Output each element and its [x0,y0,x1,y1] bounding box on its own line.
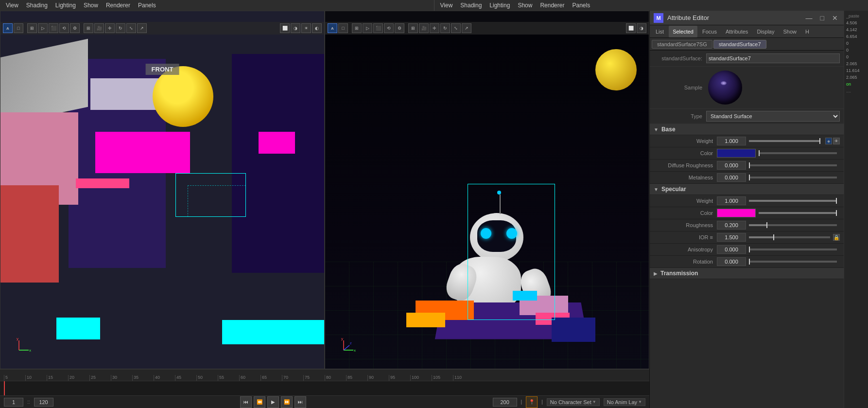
vp-rarrow[interactable]: ↗ [462,23,471,33]
add-key-btn[interactable]: 📍 [526,396,538,408]
vp-grid-btn-left[interactable]: ⊞ [84,23,93,33]
vp-rcam[interactable]: 🎥 [419,23,429,33]
preview-sphere[interactable] [708,71,742,105]
tab-selected[interactable]: Selected [669,26,697,37]
frame-start-input[interactable] [4,398,23,407]
vp-shadow-btn[interactable]: ◐ [312,23,322,33]
anisotropy-input[interactable] [717,245,746,254]
next-frame-btn[interactable]: ⏩ [281,396,293,408]
vp-rgrid[interactable]: ⊞ [408,23,418,33]
menu-shading-left[interactable]: Shading [22,0,52,11]
node-name-input[interactable] [706,53,840,63]
vp-cam-btn2[interactable]: 🎥 [94,23,104,33]
base-weight-eye-icon[interactable]: 👁 [833,138,840,144]
vp-btn3[interactable]: ⬛ [49,23,58,33]
play-back-btn[interactable]: ⏮ [240,396,252,408]
base-weight-slider[interactable] [749,140,820,142]
tab-show[interactable]: Show [779,26,800,37]
menu-show-left[interactable]: Show [80,0,102,11]
left-viewport[interactable]: A □ ⊞ ▷ ⬛ ⟲ ⚙ ⊞ 🎥 ✛ ↻ ⤡ ↗ [0,11,325,369]
vp-shading-btn[interactable]: ◑ [291,23,300,33]
vp-rcube[interactable]: ⬜ [626,23,636,33]
vp-btn4[interactable]: ⟲ [59,23,69,33]
base-color-swatch[interactable] [717,149,756,158]
shader-tab-surface[interactable]: standardSurface7 [713,40,766,49]
base-color-slider[interactable] [759,152,837,154]
vp-cube-btn[interactable]: ⬜ [280,23,290,33]
vp-select-btn-right[interactable]: □ [338,23,348,33]
no-character-set-dropdown[interactable]: No Character Set ▼ [547,398,600,406]
vp-rshading[interactable]: ◑ [637,23,646,33]
shader-tab-sg[interactable]: standardSurface7SG [652,40,712,49]
vp-camera-btn-left[interactable]: A [3,23,13,33]
menu-lighting-right[interactable]: Lighting [486,0,514,11]
vp-rbtn4[interactable]: ⟲ [384,23,394,33]
menu-shading-right[interactable]: Shading [456,0,486,11]
base-weight-input[interactable] [717,137,746,145]
diffuse-roughness-slider[interactable] [749,164,837,166]
menu-view-right[interactable]: View [436,0,457,11]
rotation-slider[interactable] [749,261,837,263]
no-anim-lay-dropdown[interactable]: No Anim Lay ▼ [604,398,645,406]
timeline-track[interactable] [0,381,649,395]
spec-color-swatch[interactable] [717,209,756,217]
rotation-input[interactable] [717,257,746,266]
frame-end-input[interactable] [34,398,53,407]
vp-rbtn1[interactable]: ⊞ [352,23,362,33]
vp-rot-btn[interactable]: ↻ [116,23,125,33]
menu-renderer-left[interactable]: Renderer [102,0,134,11]
play-btn[interactable]: ▶ [267,396,279,408]
spec-color-slider[interactable] [759,212,837,214]
play-fwd-btn[interactable]: ⏭ [295,396,306,408]
menu-show-right[interactable]: Show [514,0,536,11]
attr-maximize-btn[interactable]: □ [818,14,826,22]
ior-input[interactable] [717,233,746,242]
right-viewport[interactable]: A □ ⊞ ▷ ⬛ ⟲ ⚙ ⊞ 🎥 ✛ ↻ ⤡ ↗ [325,11,649,369]
spec-roughness-slider[interactable] [749,224,837,226]
vp-scale-btn[interactable]: ⤡ [126,23,136,33]
menu-view-left[interactable]: View [2,0,22,11]
spec-weight-slider[interactable] [749,200,837,202]
ior-lock-icon[interactable]: 🔒 [833,234,840,241]
anisotropy-slider[interactable] [749,248,837,250]
attr-close-btn[interactable]: ✕ [830,14,840,22]
section-transmission[interactable]: ▶ Transmission [650,268,844,279]
vp-arrow-btn[interactable]: ↗ [137,23,147,33]
vp-rbtn5[interactable]: ⚙ [395,23,404,33]
vp-btn1[interactable]: ⊞ [27,23,37,33]
vp-move-btn[interactable]: ✛ [105,23,115,33]
tab-help[interactable]: H [801,26,813,37]
attr-minimize-btn[interactable]: — [804,14,815,22]
tab-attributes[interactable]: Attributes [722,26,752,37]
prev-frame-btn[interactable]: ⏪ [254,396,265,408]
attr-body[interactable]: standardSurface: Sample Type Standard Su… [650,51,844,408]
spec-weight-input[interactable] [717,196,746,205]
vp-rscale[interactable]: ⤡ [451,23,461,33]
tab-focus[interactable]: Focus [698,26,721,37]
vp-light-btn[interactable]: ☀ [301,23,311,33]
menu-renderer-right[interactable]: Renderer [536,0,568,11]
section-specular[interactable]: ▼ Specular [650,184,844,195]
vp-rmove[interactable]: ✛ [430,23,439,33]
vp-select-btn-left[interactable]: □ [14,23,23,33]
vp-camera-btn-right[interactable]: A [328,23,337,33]
ior-slider[interactable] [749,236,830,238]
menu-panels-left[interactable]: Panels [134,0,160,11]
menu-panels-right[interactable]: Panels [568,0,594,11]
vp-rbtn3[interactable]: ⬛ [373,23,383,33]
metalness-slider[interactable] [749,177,837,178]
diffuse-roughness-input[interactable] [717,161,746,170]
tab-list[interactable]: List [652,26,668,37]
vp-btn5[interactable]: ⚙ [70,23,80,33]
spec-roughness-input[interactable] [717,221,746,230]
current-frame-input[interactable] [493,398,517,407]
vp-rbtn2[interactable]: ▷ [363,23,372,33]
base-weight-connect-icon[interactable]: ◈ [825,138,832,144]
metalness-input[interactable] [717,173,746,182]
vp-rrot[interactable]: ↻ [440,23,450,33]
type-select[interactable]: Standard Surface [706,111,840,122]
menu-lighting-left[interactable]: Lighting [52,0,80,11]
section-base[interactable]: ▼ Base [650,124,844,135]
vp-btn2[interactable]: ▷ [38,23,48,33]
tab-display[interactable]: Display [753,26,778,37]
